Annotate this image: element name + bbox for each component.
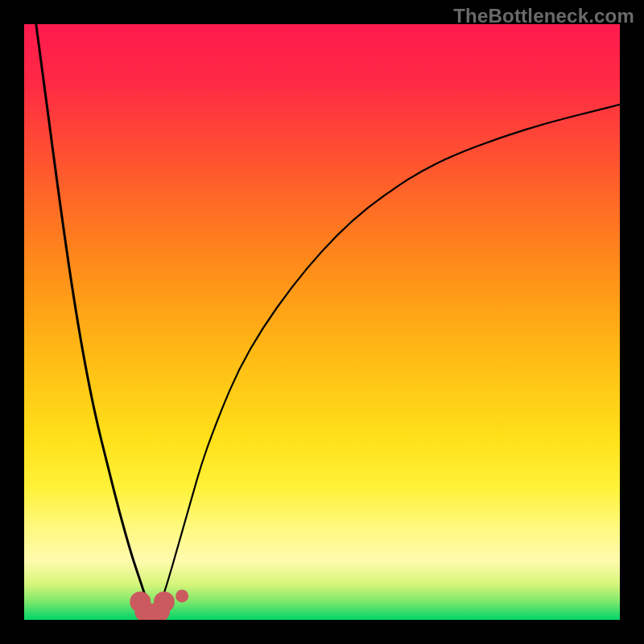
gradient-background (24, 24, 620, 620)
marker-arc-right-end (154, 592, 175, 613)
bottleneck-chart-svg (24, 24, 620, 620)
plot-area (24, 24, 620, 620)
chart-frame: TheBottleneck.com (0, 0, 644, 644)
marker-dot-right (175, 589, 188, 602)
